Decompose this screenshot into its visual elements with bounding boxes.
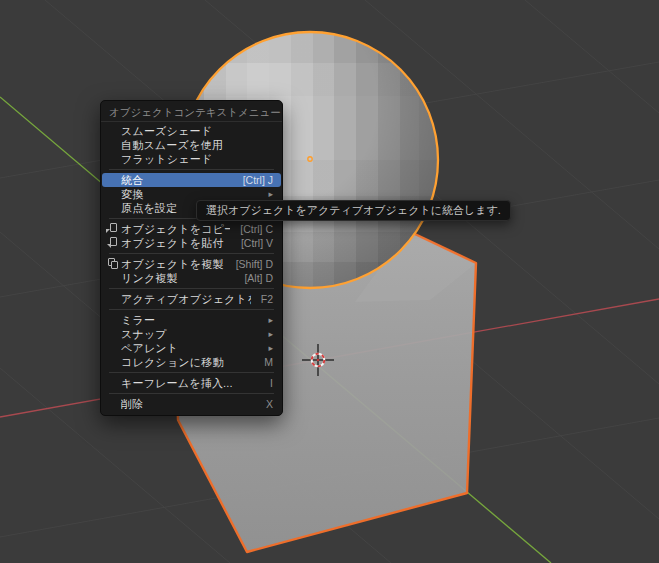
menu-item-mirror[interactable]: ミラー▸ (102, 313, 281, 327)
menu-item-label: オブジェクトを複製 (121, 257, 226, 271)
menu-item-label: ミラー (121, 313, 258, 327)
menu-item-shortcut: [Ctrl] V (231, 236, 273, 250)
menu-item-icon-spacer (106, 398, 121, 410)
menu-item-move-to-collection[interactable]: コレクションに移動M (102, 355, 281, 369)
menu-item-shade-flat[interactable]: フラットシェード (102, 152, 281, 166)
menu-item-label: スナップ (121, 327, 258, 341)
menu-item-label: 変換 (121, 187, 258, 201)
paste-icon (106, 237, 121, 249)
object-context-menu: オブジェクトコンテキストメニュー スムーズシェード自動スムーズを使用フラットシェ… (100, 100, 283, 416)
menu-item-shortcut: [Ctrl] J (233, 173, 273, 187)
menu-item-icon-spacer (106, 188, 121, 200)
menu-title-separator (101, 121, 282, 122)
menu-item-label: 自動スムーズを使用 (121, 138, 263, 152)
menu-item-duplicate-objects[interactable]: オブジェクトを複製[Shift] D (102, 257, 281, 271)
submenu-arrow-icon: ▸ (258, 313, 273, 327)
copy-icon (106, 223, 121, 235)
menu-item-label: 統合 (121, 173, 233, 187)
menu-item-icon-spacer (106, 125, 121, 137)
menu-separator (109, 169, 274, 170)
menu-item-label: ペアレント (121, 341, 258, 355)
menu-item-icon-spacer (106, 174, 121, 186)
menu-item-delete[interactable]: 削除X (102, 397, 281, 411)
menu-item-label: アクティブオブジェクトをリネーム... (121, 292, 251, 306)
menu-item-shortcut: [Ctrl] C (230, 222, 273, 236)
menu-item-icon-spacer (106, 356, 121, 368)
menu-item-icon-spacer (106, 202, 121, 214)
context-menu-items: スムーズシェード自動スムーズを使用フラットシェード統合[Ctrl] J変換▸原点… (101, 124, 282, 411)
menu-item-icon-spacer (106, 342, 121, 354)
menu-item-shortcut: X (256, 397, 273, 411)
menu-item-rename-active-object[interactable]: アクティブオブジェクトをリネーム...F2 (102, 292, 281, 306)
menu-item-icon-spacer (106, 272, 121, 284)
blender-3d-viewport: オブジェクトコンテキストメニュー スムーズシェード自動スムーズを使用フラットシェ… (0, 0, 659, 563)
menu-separator (109, 309, 274, 310)
menu-item-duplicate-linked[interactable]: リンク複製[Alt] D (102, 271, 281, 285)
submenu-arrow-icon: ▸ (258, 327, 273, 341)
menu-item-copy-objects[interactable]: オブジェクトをコピー[Ctrl] C (102, 222, 281, 236)
menu-separator (109, 253, 274, 254)
menu-separator (109, 288, 274, 289)
menu-item-label: オブジェクトをコピー (121, 222, 230, 236)
menu-separator (109, 372, 274, 373)
menu-item-paste-objects[interactable]: オブジェクトを貼付[Ctrl] V (102, 236, 281, 250)
menu-separator (109, 393, 274, 394)
menu-item-shortcut: [Alt] D (234, 271, 273, 285)
join-tooltip: 選択オブジェクトをアクティブオブジェクトに統合します. (196, 200, 511, 221)
menu-item-shortcut: I (260, 376, 273, 390)
menu-item-shortcut: F2 (251, 292, 273, 306)
menu-item-shade-smooth[interactable]: スムーズシェード (102, 124, 281, 138)
menu-item-label: リンク複製 (121, 271, 234, 285)
viewport-canvas[interactable] (0, 0, 659, 563)
menu-item-label: スムーズシェード (121, 124, 263, 138)
menu-item-label: 削除 (121, 397, 256, 411)
menu-item-insert-keyframe[interactable]: キーフレームを挿入...I (102, 376, 281, 390)
duplicate-icon (106, 258, 121, 270)
menu-item-icon-spacer (106, 314, 121, 326)
menu-item-shortcut: M (254, 355, 273, 369)
menu-item-parent[interactable]: ペアレント▸ (102, 341, 281, 355)
menu-item-label: コレクションに移動 (121, 355, 254, 369)
menu-item-snap[interactable]: スナップ▸ (102, 327, 281, 341)
menu-item-use-auto-smooth[interactable]: 自動スムーズを使用 (102, 138, 281, 152)
menu-item-icon-spacer (106, 153, 121, 165)
menu-item-icon-spacer (106, 139, 121, 151)
menu-item-icon-spacer (106, 377, 121, 389)
menu-item-label: フラットシェード (121, 152, 263, 166)
menu-item-label: キーフレームを挿入... (121, 376, 260, 390)
menu-item-icon-spacer (106, 293, 121, 305)
menu-item-join[interactable]: 統合[Ctrl] J (102, 173, 281, 187)
menu-item-label: オブジェクトを貼付 (121, 236, 231, 250)
menu-item-icon-spacer (106, 328, 121, 340)
submenu-arrow-icon: ▸ (258, 187, 273, 201)
menu-item-shortcut: [Shift] D (226, 257, 273, 271)
submenu-arrow-icon: ▸ (258, 341, 273, 355)
menu-item-convert[interactable]: 変換▸ (102, 187, 281, 201)
context-menu-title: オブジェクトコンテキストメニュー (101, 105, 282, 120)
